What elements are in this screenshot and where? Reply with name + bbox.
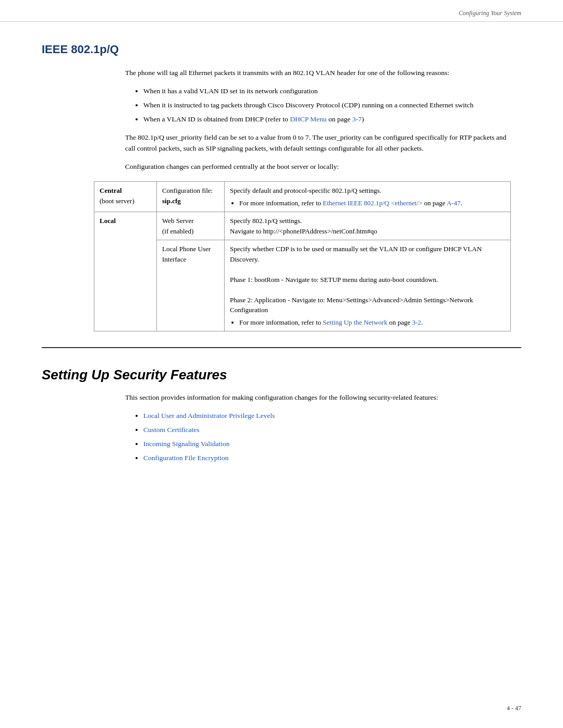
config-table-wrap: Central (boot server) Configuration file… [94, 181, 511, 331]
local-phone-label: Local Phone User Interface [162, 245, 211, 263]
specify-qo-text: Specify 802.1p/Q settings. [230, 217, 302, 225]
header-text: Configuring Your System [459, 9, 521, 17]
local-phone-right-cell: Specify whether CDP is to be used or man… [225, 240, 511, 331]
custom-certs-link[interactable]: Custom Certificates [143, 426, 200, 434]
central-specify-text: Specify default and protocol-specific 80… [230, 187, 382, 194]
local-phone-bullet-list: For more information, refer to Setting U… [239, 317, 505, 328]
list-item: For more information, refer to Ethernet … [239, 198, 505, 208]
central-mid-cell: Configuration file: sip.cfg [157, 182, 225, 212]
local-label-cell: Local [94, 212, 157, 331]
setting-up-network-text: For more information, refer to Setting U… [239, 318, 423, 326]
list-item: Configuration File Encryption [143, 453, 511, 464]
security-section: Setting Up Security Features This sectio… [42, 367, 521, 464]
content-area: IEEE 802.1p/Q The phone will tag all Eth… [0, 22, 563, 502]
config-changes-text: Configuration changes can performed cent… [125, 162, 511, 172]
ethernet-ieee-link[interactable]: Ethernet IEEE 802.1p/Q <ethernet/> [323, 199, 422, 207]
table-row-central: Central (boot server) Configuration file… [94, 182, 511, 212]
security-section-title: Setting Up Security Features [42, 367, 521, 383]
list-item: When a VLAN ID is obtained from DHCP (re… [143, 114, 511, 125]
central-info-text: For more information, refer to Ethernet … [239, 199, 462, 207]
setting-up-network-link[interactable]: Setting Up the Network [323, 318, 387, 326]
web-server-right-cell: Specify 802.1p/Q settings. Navigate to h… [225, 212, 511, 240]
list-item: Local User and Administrator Privilege L… [143, 411, 511, 422]
incoming-signaling-link[interactable]: Incoming Signaling Validation [143, 440, 230, 448]
security-intro: This section provides information for ma… [125, 392, 511, 403]
config-table: Central (boot server) Configuration file… [94, 181, 511, 331]
boot-server-label: (boot server) [100, 197, 134, 205]
ieee-section-title: IEEE 802.1p/Q [42, 43, 521, 56]
network-page-link[interactable]: 3-2 [412, 318, 421, 326]
cdp-text: Specify whether CDP is to be used or man… [230, 245, 482, 263]
table-row-local: Local Web Server (if enabled) Specify 80… [94, 212, 511, 240]
local-user-link[interactable]: Local User and Administrator Privilege L… [143, 412, 275, 419]
central-right-cell: Specify default and protocol-specific 80… [225, 182, 511, 212]
list-item: Incoming Signaling Validation [143, 439, 511, 450]
web-server-label: Web Server [162, 217, 194, 225]
dhcp-page-link[interactable]: 3-7 [352, 115, 362, 123]
ethernet-page-link[interactable]: A-47 [447, 199, 461, 207]
ieee-paragraph: The 802.1p/Q user_priority field can be … [125, 132, 511, 154]
web-server-mid-cell: Web Server (if enabled) [157, 212, 225, 240]
local-label: Local [100, 217, 116, 225]
local-phone-mid-cell: Local Phone User Interface [157, 240, 225, 331]
navigate-url-text: Navigate to http://<phoneIPAddress>/netC… [230, 227, 377, 235]
list-item: When it is instructed to tag packets thr… [143, 100, 511, 111]
config-file-encryption-link[interactable]: Configuration File Encryption [143, 454, 228, 462]
phase1-text: Phase 1: bootRom - Navigate to: SETUP me… [230, 276, 438, 283]
central-bullet-list: For more information, refer to Ethernet … [239, 198, 505, 208]
ieee-section: IEEE 802.1p/Q The phone will tag all Eth… [42, 43, 521, 331]
security-bullets: Local User and Administrator Privilege L… [133, 411, 511, 464]
central-label-cell: Central (boot server) [94, 182, 157, 212]
ieee-intro: The phone will tag all Ethernet packets … [125, 68, 511, 79]
dhcp-menu-link[interactable]: DHCP Menu [290, 115, 326, 123]
list-item: When it has a valid VLAN ID set in its n… [143, 86, 511, 97]
table-row-local-phone: Local Phone User Interface Specify wheth… [94, 240, 511, 331]
section-divider [42, 347, 521, 348]
page-container: Configuring Your System IEEE 802.1p/Q Th… [0, 0, 563, 728]
page-header: Configuring Your System [0, 0, 563, 22]
list-item: For more information, refer to Setting U… [239, 317, 505, 328]
if-enabled-label: (if enabled) [162, 227, 193, 235]
list-item: Custom Certificates [143, 425, 511, 436]
phase2-text: Phase 2: Application - Navigate to: Menu… [230, 296, 473, 314]
page-number: 4 - 47 [507, 705, 521, 712]
ieee-bullets: When it has a valid VLAN ID set in its n… [133, 86, 511, 125]
sip-cfg-label: sip.cfg [162, 197, 181, 205]
config-file-label: Configuration file: [162, 187, 213, 194]
central-label: Central [100, 187, 122, 194]
